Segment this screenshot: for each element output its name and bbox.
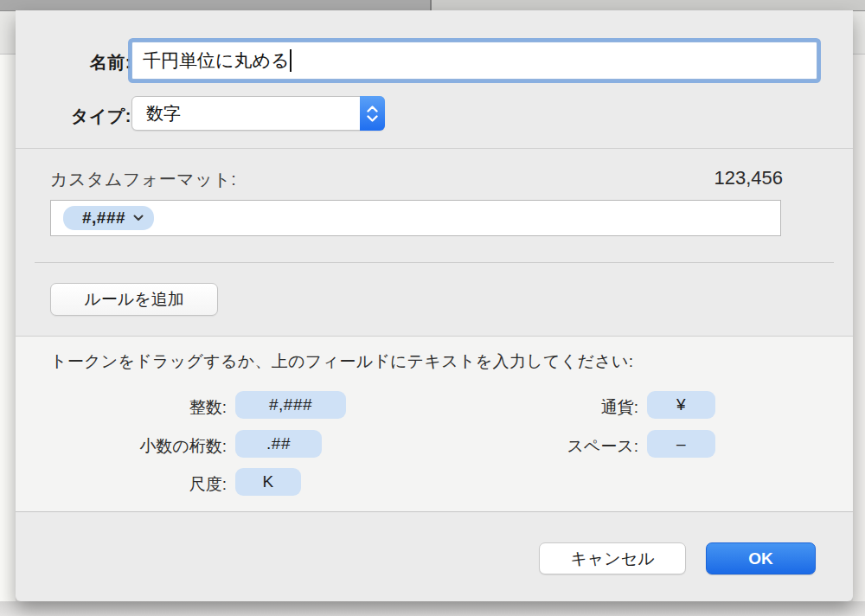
background-toolbar-left <box>0 11 16 55</box>
background-window-right <box>853 11 865 616</box>
currency-token-label: 通貨: <box>483 396 638 419</box>
rule-divider <box>35 262 834 263</box>
integer-token-text: #,### <box>269 395 312 414</box>
section-divider-top <box>16 148 853 149</box>
scale-token-label: 尺度: <box>71 473 227 496</box>
decimals-token[interactable]: .## <box>235 430 322 458</box>
add-rule-label: ルールを追加 <box>84 288 183 311</box>
token-instruction: トークンをドラッグするか、上のフィールドにテキストを入力してください: <box>50 350 633 373</box>
name-input[interactable]: 千円単位に丸める <box>131 42 817 80</box>
add-rule-button[interactable]: ルールを追加 <box>50 283 218 316</box>
integer-token[interactable]: #,### <box>235 391 346 419</box>
popup-stepper-icon[interactable] <box>360 96 385 131</box>
currency-token[interactable]: ¥ <box>647 391 715 419</box>
space-token-label: スペース: <box>483 435 638 458</box>
token-panel: トークンをドラッグするか、上のフィールドにテキストを入力してください: 整数: … <box>16 336 853 512</box>
format-preview-value: 123,456 <box>714 167 783 189</box>
space-token[interactable]: – <box>647 430 715 458</box>
custom-format-label: カスタムフォーマット: <box>50 168 236 191</box>
decimals-token-text: .## <box>266 434 291 453</box>
background-tab-segment <box>0 0 432 10</box>
currency-token-text: ¥ <box>676 395 686 414</box>
type-label: タイプ: <box>35 105 131 128</box>
background-toolbar-right <box>853 11 865 55</box>
name-label: 名前: <box>35 51 131 74</box>
scale-token[interactable]: K <box>235 468 301 496</box>
integer-token-label: 整数: <box>71 396 227 419</box>
format-token-text: #,### <box>82 209 125 228</box>
type-popup-button[interactable]: 数字 <box>131 96 385 131</box>
decimals-token-label: 小数の桁数: <box>71 435 227 458</box>
ok-button[interactable]: OK <box>706 542 816 574</box>
chevron-down-icon[interactable] <box>133 215 144 221</box>
custom-format-dialog: 名前: 千円単位に丸める タイプ: 数字 カスタムフォーマット: 123,456… <box>16 10 853 601</box>
space-token-text: – <box>676 434 686 453</box>
background-window-left <box>0 11 16 616</box>
cancel-button[interactable]: キャンセル <box>539 542 686 574</box>
type-popup-value: 数字 <box>132 102 181 125</box>
ok-button-label: OK <box>748 549 773 568</box>
name-input-value: 千円単位に丸める <box>132 48 289 73</box>
cancel-button-label: キャンセル <box>570 548 654 570</box>
scale-token-text: K <box>262 472 273 491</box>
text-caret <box>290 49 292 72</box>
background-window-bottom <box>0 601 865 616</box>
format-editor-field[interactable]: #,### <box>50 200 781 236</box>
format-token-chip[interactable]: #,### <box>63 206 154 230</box>
